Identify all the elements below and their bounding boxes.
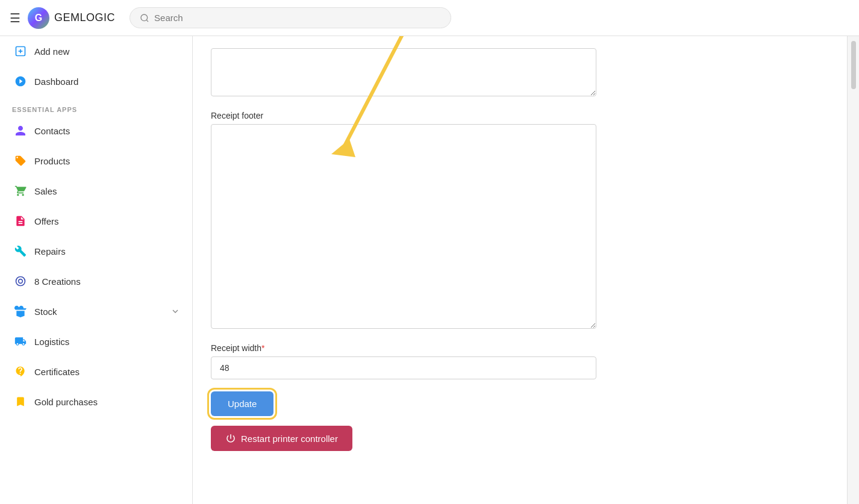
receipt-width-label: Receipt width* <box>211 343 596 353</box>
sidebar-item-label: Gold purchases <box>34 397 98 407</box>
add-new-icon <box>14 45 27 58</box>
form-actions: Update Restart printer controller <box>211 391 596 451</box>
search-icon <box>140 13 149 23</box>
sidebar-item-label: Contacts <box>34 126 70 136</box>
form-container: Receipt footer Receipt width* <box>193 36 614 475</box>
sidebar-item-repairs[interactable]: Repairs <box>0 236 192 266</box>
app-logo: G GEMLOGIC <box>28 7 115 29</box>
restart-button-label: Restart printer controller <box>241 434 338 444</box>
sidebar-item-gold-purchases[interactable]: Gold purchases <box>0 387 192 417</box>
receipt-header-group <box>211 48 596 99</box>
receipt-width-input[interactable] <box>211 356 596 379</box>
sidebar-item-label: Products <box>34 156 70 166</box>
cart-icon <box>14 184 27 198</box>
sidebar-item-stock[interactable]: Stock <box>0 296 192 326</box>
sidebar-item-sales[interactable]: Sales <box>0 176 192 206</box>
sidebar-item-products[interactable]: Products <box>0 146 192 176</box>
offers-icon <box>14 214 27 228</box>
tag-icon <box>14 154 27 167</box>
receipt-width-group: Receipt width* <box>211 343 596 379</box>
sidebar-item-add-new[interactable]: Add new <box>0 36 192 66</box>
sidebar-item-label: Offers <box>34 216 59 226</box>
sidebar-item-label: Sales <box>34 186 57 196</box>
receipt-footer-label: Receipt footer <box>211 111 596 120</box>
power-icon <box>225 433 236 444</box>
sidebar-item-label: Repairs <box>34 246 66 257</box>
sidebar-item-label: Dashboard <box>34 76 78 87</box>
sidebar-item-creations[interactable]: 8 Creations <box>0 266 192 296</box>
person-icon <box>14 124 27 137</box>
logo-icon: G <box>28 7 49 29</box>
sidebar-item-label: 8 Creations <box>34 276 81 287</box>
scrollbar-thumb <box>851 41 856 89</box>
navbar: ☰ G GEMLOGIC <box>0 0 859 36</box>
wrench-icon <box>14 244 27 258</box>
scale-icon <box>14 395 27 408</box>
update-button[interactable]: Update <box>211 391 273 416</box>
sidebar-item-offers[interactable]: Offers <box>0 206 192 236</box>
sidebar-item-label: Logistics <box>34 337 69 347</box>
search-input[interactable] <box>154 13 441 23</box>
svg-point-6 <box>19 279 23 284</box>
restart-printer-button[interactable]: Restart printer controller <box>211 426 352 451</box>
sidebar: Add new Dashboard ESSENTIAL APPS Contact… <box>0 36 193 504</box>
stock-left: Stock <box>14 305 57 318</box>
receipt-header-textarea[interactable] <box>211 48 596 96</box>
truck-icon <box>14 335 27 348</box>
cert-icon <box>14 365 27 378</box>
sidebar-item-label: Certificates <box>34 367 80 377</box>
sidebar-item-label: Add new <box>34 46 69 57</box>
search-bar[interactable] <box>130 7 451 28</box>
receipt-footer-textarea[interactable] <box>211 124 596 329</box>
logo-text: GEMLOGIC <box>54 11 115 24</box>
chevron-down-icon <box>170 306 180 316</box>
right-scrollbar <box>847 36 859 504</box>
sidebar-item-dashboard[interactable]: Dashboard <box>0 66 192 96</box>
sidebar-item-certificates[interactable]: Certificates <box>0 356 192 387</box>
main-content: Receipt footer Receipt width* <box>193 36 847 504</box>
sidebar-item-contacts[interactable]: Contacts <box>0 116 192 146</box>
dashboard-icon <box>14 75 27 88</box>
arrow-annotation-container <box>211 124 596 331</box>
svg-line-1 <box>146 20 148 22</box>
main-layout: Add new Dashboard ESSENTIAL APPS Contact… <box>0 36 859 504</box>
sidebar-item-label: Stock <box>34 306 57 317</box>
ring-icon <box>14 275 27 288</box>
svg-point-5 <box>16 277 25 286</box>
sidebar-item-logistics[interactable]: Logistics <box>0 326 192 356</box>
sidebar-section-essential: ESSENTIAL APPS <box>0 96 192 116</box>
svg-point-0 <box>141 14 148 21</box>
required-marker: * <box>261 343 264 353</box>
stock-icon <box>14 305 27 318</box>
hamburger-menu[interactable]: ☰ <box>10 11 20 25</box>
receipt-footer-group: Receipt footer <box>211 111 596 331</box>
